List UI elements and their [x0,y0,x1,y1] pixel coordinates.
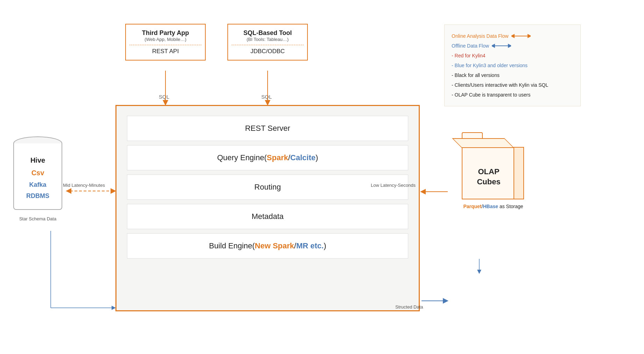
legend-box: Online Analysis Data Flow Offline Dat [444,24,581,106]
cube-top-face [452,138,514,148]
kafka-label: Kafka [13,179,62,190]
sql-tool-title: SQL-Based Tool [232,29,304,37]
mid-latency-label: Mid Latency-Minutes [63,183,105,188]
third-party-content: REST API [129,48,201,55]
routing-label: Routing [254,183,281,191]
close2: ) [324,241,326,250]
hbase-label: HBase [483,204,498,209]
query-engine-label: Query Engine( [217,153,267,162]
close1: ) [316,153,318,162]
legend-item-black3: - OLAP Cube is transparent to users [452,90,573,100]
sql-label-2: SQL [261,94,272,100]
sql-label-1: SQL [159,94,169,100]
csv-label: Csv [13,167,62,179]
olap-container: OLAPCubes Parquet/HBase as Storage [448,136,539,209]
sql-tool-box: SQL-Based Tool (BI Tools: Tableau…) JDBC… [227,24,308,61]
structed-data-label: Structed Data [395,304,423,310]
sql-tool-divider [232,45,304,45]
spark-label: Spark [267,153,288,162]
rest-server-label: REST Server [245,124,290,133]
parquet-label: Parquet [463,204,481,209]
legend-item-black1: - Black for all versions [452,70,573,80]
sql-tool-content: JDBC/ODBC [232,48,304,55]
sql-tool-subtitle: (BI Tools: Tableau…) [232,37,304,42]
legend-label-blue: - Blue for Kylin3 and older versions [452,63,528,68]
mr-label: MR etc. [296,241,324,250]
legend-item-black2: - Clients/Users interactive with Kylin v… [452,80,573,90]
storage-suffix: as Storage [498,204,523,209]
legend-label-black3: - OLAP Cube is transparent to users [452,92,530,98]
cylinder: Hive Csv Kafka RDBMS [13,136,62,213]
cylinder-labels: Hive Csv Kafka RDBMS [13,154,62,202]
metadata-row: Metadata [127,204,408,229]
new-spark-label: New Spark [255,241,294,250]
legend-label-online: Online Analysis Data Flow [452,31,509,41]
olap-cube-3d: OLAPCubes [462,136,525,199]
star-schema-label: Star Schema Data [10,216,66,221]
rdbms-label: RDBMS [13,190,62,201]
legend-item-offline: Offline Data Flow [452,41,573,51]
diagram-container: Online Analysis Data Flow Offline Dat [0,0,644,354]
cube-front: OLAPCubes [462,147,514,199]
legend-label-black2: - Clients/Users interactive with Kylin v… [452,82,548,88]
hive-label: Hive [13,154,62,167]
query-engine-row: Query Engine(Spark/Calcite) [127,145,408,170]
metadata-label: Metadata [252,212,284,221]
third-party-box: Third Party App (Web App, Mobile…) REST … [125,24,206,61]
low-latency-label: Low Latency-Seconds [371,183,416,188]
legend-label-red: - Red for Kylin4 [452,53,485,58]
calcite-label: Calcite [290,153,316,162]
olap-caption: Parquet/HBase as Storage [448,204,539,209]
rest-server-row: REST Server [127,116,408,141]
legend-arrow-orange-both [511,34,531,38]
third-party-divider [129,45,201,45]
legend-arrow-blue-both [492,43,511,48]
legend-item-red: - Red for Kylin4 [452,51,573,61]
legend-label-offline: Offline Data Flow [452,41,489,51]
legend-item-online: Online Analysis Data Flow [452,31,573,41]
cube-right-face [514,147,524,199]
legend-label-black1: - Black for all versions [452,72,500,78]
routing-row: Routing [127,175,408,200]
cube-label: OLAPCubes [462,167,515,187]
third-party-subtitle: (Web App, Mobile…) [129,37,201,42]
data-source-cylinder: Hive Csv Kafka RDBMS Star Schema Data [10,136,66,221]
third-party-title: Third Party App [129,29,201,37]
main-kylin-box: REST Server Query Engine(Spark/Calcite) … [115,105,420,311]
build-engine-label: Build Engine( [209,241,255,250]
build-engine-row: Build Engine(New Spark/MR etc.) [127,233,408,259]
legend-item-blue: - Blue for Kylin3 and older versions [452,61,573,70]
